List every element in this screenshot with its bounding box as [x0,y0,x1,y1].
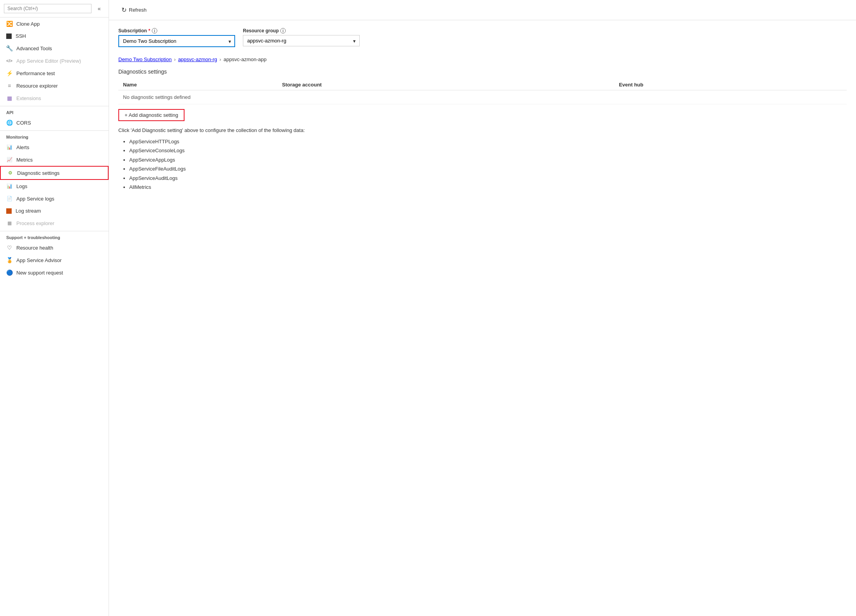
sidebar-item-cors[interactable]: 🌐 CORS [0,116,109,129]
add-diagnostic-setting-button[interactable]: + Add diagnostic setting [118,109,185,121]
no-settings-cell: No diagnostic settings defined [118,90,847,104]
refresh-button[interactable]: ↻ Refresh [117,4,151,16]
col-name: Name [118,79,278,90]
resource-group-group: Resource group i appsvc-azmon-rg [243,28,360,46]
sidebar-item-label: Performance test [16,70,55,76]
sidebar-item-label: App Service logs [16,196,54,202]
subscription-group: Subscription * i Demo Two Subscription [118,28,235,47]
sidebar-item-new-support-request[interactable]: 🔵 New support request [0,266,109,279]
sidebar-item-logs[interactable]: 📊 Logs [0,180,109,192]
sidebar-item-app-service-editor: </> App Service Editor (Preview) [0,55,109,67]
list-item: AppServiceHTTPLogs [129,137,847,146]
subscription-select[interactable]: Demo Two Subscription [118,35,235,47]
sidebar-item-label: New support request [16,270,63,276]
resource-group-select[interactable]: appsvc-azmon-rg [243,35,360,46]
process-explorer-icon: ▦ [6,220,12,226]
sidebar-item-label: Logs [16,183,27,189]
sidebar-item-clone-app[interactable]: 🔀 Clone App [0,18,109,30]
refresh-label: Refresh [129,7,147,13]
sidebar-item-label: SSH [16,33,26,39]
logs-icon: 📊 [6,183,12,189]
support-request-icon: 🔵 [6,269,12,276]
sidebar-item-label: Clone App [16,21,40,27]
data-types-list: AppServiceHTTPLogs AppServiceConsoleLogs… [118,137,847,192]
sidebar-item-label: Log stream [16,208,41,214]
diagnostic-settings-icon: ⚙ [7,170,13,176]
sidebar-item-advanced-tools[interactable]: 🔧 Advanced Tools [0,42,109,55]
sidebar-item-metrics[interactable]: 📈 Metrics [0,153,109,166]
app-service-logs-icon: 📄 [6,195,12,202]
advanced-tools-icon: 🔧 [6,45,12,51]
breadcrumb-sep1: › [174,56,176,62]
add-btn-label: + Add diagnostic setting [125,112,178,118]
metrics-icon: 📈 [6,157,12,163]
breadcrumb: Demo Two Subscription › appsvc-azmon-rg … [118,53,847,69]
toolbar: ↻ Refresh [109,0,856,20]
list-item: AppServiceAuditLogs [129,174,847,183]
sidebar-item-performance-test[interactable]: ⚡ Performance test [0,67,109,79]
resource-health-icon: ♡ [6,245,12,251]
list-item: AppServiceConsoleLogs [129,146,847,155]
sidebar: « 🔀 Clone App SSH 🔧 Advanced Tools </> A… [0,0,109,616]
ssh-icon [6,33,12,39]
api-section-header: API [0,106,109,116]
list-item: AppServiceFileAuditLogs [129,164,847,173]
col-eventhub: Event hub [614,79,847,90]
resource-group-label: Resource group i [243,28,360,33]
subscription-label: Subscription * i [118,28,235,33]
info-text: Click 'Add Diagnostic setting' above to … [118,127,847,133]
sidebar-item-label: Advanced Tools [16,46,52,51]
editor-icon: </> [6,58,12,64]
breadcrumb-part2[interactable]: appsvc-azmon-rg [178,56,217,62]
sidebar-item-app-service-advisor[interactable]: 🏅 App Service Advisor [0,254,109,266]
sidebar-item-label: Process explorer [16,220,54,226]
sidebar-item-label: Metrics [16,157,33,163]
subscription-info-icon[interactable]: i [152,28,157,33]
sidebar-item-label: Resource health [16,245,53,251]
sidebar-item-label: Resource explorer [16,83,58,89]
breadcrumb-sep2: › [220,56,221,62]
diagnostics-table: Name Storage account Event hub No diagno… [118,79,847,104]
cors-icon: 🌐 [6,120,12,126]
support-section-header: Support + troubleshooting [0,231,109,241]
subscription-select-wrapper: Demo Two Subscription [118,35,235,47]
sidebar-item-process-explorer: ▦ Process explorer [0,217,109,229]
list-item: AppServiceAppLogs [129,155,847,164]
sidebar-item-alerts[interactable]: 📊 Alerts [0,141,109,153]
content-area: Subscription * i Demo Two Subscription R… [109,20,856,199]
refresh-icon: ↻ [121,6,127,14]
sidebar-item-diagnostic-settings[interactable]: ⚙ Diagnostic settings [0,166,109,180]
performance-icon: ⚡ [6,70,12,76]
col-storage: Storage account [278,79,614,90]
list-item: AllMetrics [129,183,847,192]
sidebar-search-container: « [0,0,109,18]
sidebar-item-ssh[interactable]: SSH [0,30,109,42]
resource-group-select-wrapper: appsvc-azmon-rg [243,35,360,46]
diagnostics-title: Diagnostics settings [118,69,847,75]
sidebar-item-resource-health[interactable]: ♡ Resource health [0,241,109,254]
required-indicator: * [148,28,150,33]
breadcrumb-part1[interactable]: Demo Two Subscription [118,56,172,62]
collapse-button[interactable]: « [94,3,105,14]
sidebar-item-resource-explorer[interactable]: ≡ Resource explorer [0,79,109,92]
log-stream-icon [6,208,12,214]
sidebar-item-label: App Service Editor (Preview) [16,58,81,64]
sidebar-item-label: Extensions [16,95,41,101]
no-settings-row: No diagnostic settings defined [118,90,847,104]
sidebar-item-label: App Service Advisor [16,257,62,263]
advisor-icon: 🏅 [6,257,12,263]
sidebar-item-app-service-logs[interactable]: 📄 App Service logs [0,192,109,205]
subscription-row: Subscription * i Demo Two Subscription R… [118,28,847,47]
monitoring-section-header: Monitoring [0,130,109,141]
search-input[interactable] [4,4,91,13]
main-content: ↻ Refresh Subscription * i Demo Two Subs… [109,0,856,616]
alerts-icon: 📊 [6,144,12,150]
resource-explorer-icon: ≡ [6,83,12,89]
clone-app-icon: 🔀 [6,21,12,27]
sidebar-item-log-stream[interactable]: Log stream [0,205,109,217]
sidebar-item-label: CORS [16,120,31,126]
sidebar-item-extensions: ▦ Extensions [0,92,109,104]
breadcrumb-part3: appsvc-azmon-app [223,56,267,62]
resource-group-info-icon[interactable]: i [280,28,286,33]
sidebar-item-label: Alerts [16,144,29,150]
